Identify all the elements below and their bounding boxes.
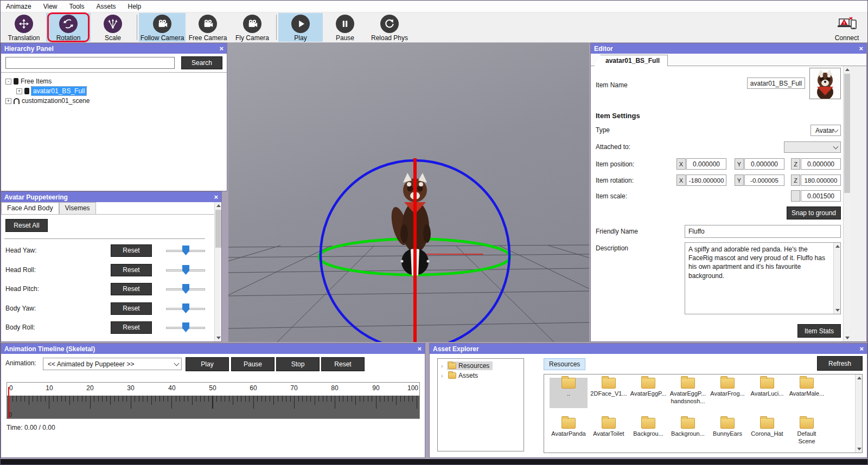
timeline-ruler[interactable]: 0 10 20 30 40 50 60 70 80 90 100 0: [7, 382, 420, 419]
rotation-x-field[interactable]: -180.000000: [686, 175, 726, 186]
timeline-play-button[interactable]: Play: [186, 357, 229, 371]
refresh-button[interactable]: Refresh: [817, 356, 863, 371]
scrollbar-thumb[interactable]: [215, 210, 221, 248]
folder-item[interactable]: AvatarEggP... handsnosh...: [669, 378, 707, 405]
close-icon[interactable]: ×: [859, 345, 864, 352]
tree-item-customization-scene[interactable]: + customization01_scene: [5, 96, 227, 106]
close-icon[interactable]: ×: [417, 345, 422, 352]
slider-thumb[interactable]: [182, 265, 189, 275]
tab-visemes[interactable]: Visemes: [59, 202, 96, 214]
timeline-track[interactable]: 0: [7, 396, 419, 418]
scroll-up-icon[interactable]: [856, 374, 863, 382]
item-stats-button[interactable]: Item Stats: [797, 324, 841, 338]
reset-button[interactable]: Reset: [111, 264, 152, 276]
description-scrollbar[interactable]: [833, 243, 840, 314]
menu-tools[interactable]: Tools: [69, 3, 84, 10]
free-camera-button[interactable]: Free Camera: [186, 13, 230, 42]
timeline-playhead[interactable]: [8, 387, 9, 418]
scale-button[interactable]: Scale: [91, 13, 135, 42]
editor-tab-avatar01[interactable]: avatar01_BS_Full: [594, 55, 668, 66]
folder-item[interactable]: Default Scene: [788, 418, 826, 445]
tree-chevron-icon[interactable]: ›: [441, 363, 445, 369]
scroll-down-icon[interactable]: [215, 334, 222, 341]
reset-button[interactable]: Reset: [111, 283, 152, 295]
folder-item[interactable]: BunnyEars: [709, 418, 746, 438]
reset-button[interactable]: Reset: [111, 321, 152, 334]
collapse-icon[interactable]: -: [5, 79, 11, 85]
position-y-field[interactable]: 0.000000: [744, 158, 784, 170]
slider-thumb[interactable]: [182, 246, 189, 255]
expand-icon[interactable]: +: [16, 88, 22, 94]
body-yaw-slider[interactable]: [166, 303, 205, 314]
puppeteering-scrollbar[interactable]: [214, 202, 221, 341]
type-dropdown[interactable]: Avatar: [810, 125, 841, 136]
scroll-up-icon[interactable]: [834, 243, 841, 250]
scroll-up-icon[interactable]: [215, 202, 222, 209]
folder-item[interactable]: Backgrou...: [629, 418, 667, 438]
tab-face-and-body[interactable]: Face And Body: [1, 202, 59, 214]
search-input[interactable]: [5, 57, 175, 69]
reload-phys-button[interactable]: Reload Phys: [367, 13, 412, 42]
head-yaw-slider[interactable]: [166, 245, 205, 256]
slider-thumb[interactable]: [182, 284, 189, 294]
translation-button[interactable]: Translation: [2, 13, 46, 42]
description-textarea[interactable]: A spiffy and adorable red panda. He's th…: [685, 242, 841, 314]
asset-grid-scrollbar[interactable]: [855, 374, 862, 453]
folder-item[interactable]: AvatarPanda: [550, 418, 588, 438]
folder-item[interactable]: Corona_Hat: [748, 418, 786, 438]
reset-button[interactable]: Reset: [111, 244, 152, 257]
position-x-field[interactable]: 0.000000: [686, 158, 726, 170]
reset-button[interactable]: Reset: [111, 302, 152, 315]
head-roll-slider[interactable]: [166, 264, 205, 275]
item-name-value[interactable]: avatar01_BS_Full: [747, 78, 805, 89]
asset-tree-item-assets[interactable]: › Assets: [438, 371, 524, 380]
snap-to-ground-button[interactable]: Snap to ground: [787, 206, 841, 219]
folder-item[interactable]: Backgroun...: [669, 418, 707, 438]
folder-item[interactable]: AvatarLuci...: [748, 378, 786, 398]
menu-assets[interactable]: Assets: [97, 3, 116, 10]
scrollbar-thumb[interactable]: [844, 74, 850, 193]
editor-scrollbar[interactable]: [843, 66, 850, 341]
reset-all-button[interactable]: Reset All: [5, 219, 48, 232]
fly-camera-button[interactable]: Fly Camera: [230, 13, 275, 42]
timeline-pause-button[interactable]: Pause: [231, 357, 275, 371]
close-icon[interactable]: ×: [859, 45, 863, 52]
close-icon[interactable]: ×: [214, 193, 218, 201]
tree-item-avatar01[interactable]: + avatar01_BS_Full: [5, 86, 227, 96]
asset-tree-item-resources[interactable]: › Resources: [438, 361, 524, 371]
scroll-down-icon[interactable]: [856, 445, 863, 453]
play-button[interactable]: Play: [278, 13, 323, 42]
connect-button[interactable]: ! Connect: [827, 13, 866, 42]
scroll-down-icon[interactable]: [834, 307, 841, 314]
rotation-z-field[interactable]: 180.000000: [801, 175, 841, 186]
slider-thumb[interactable]: [182, 322, 189, 332]
rotation-button[interactable]: Rotation: [46, 13, 91, 42]
head-pitch-slider[interactable]: [166, 283, 205, 294]
timeline-stop-button[interactable]: Stop: [276, 357, 320, 371]
folder-item[interactable]: AvatarToilet: [590, 418, 628, 438]
tree-chevron-icon[interactable]: ›: [441, 373, 445, 379]
slider-thumb[interactable]: [182, 303, 189, 313]
current-folder-chip[interactable]: Resources: [544, 358, 585, 370]
folder-item[interactable]: AvatarFrog...: [709, 378, 746, 398]
menu-help[interactable]: Help: [128, 3, 142, 10]
folder-item[interactable]: 2DFace_V1...: [590, 378, 628, 398]
viewport-3d[interactable]: [228, 43, 589, 342]
menu-view[interactable]: View: [43, 3, 58, 10]
animation-dropdown[interactable]: << Animated by Puppeteer >>: [43, 358, 182, 370]
close-icon[interactable]: ×: [219, 45, 224, 52]
expand-icon[interactable]: +: [5, 98, 11, 104]
body-roll-slider[interactable]: [166, 322, 205, 333]
scale-field[interactable]: 0.001500: [801, 190, 841, 202]
follow-camera-button[interactable]: Follow Camera: [139, 13, 186, 42]
folder-item[interactable]: AvatarEggP...: [629, 378, 667, 398]
attached-to-dropdown[interactable]: [784, 141, 841, 153]
avatar-model[interactable]: [388, 173, 431, 276]
menu-animaze[interactable]: Animaze: [6, 3, 31, 10]
friendly-name-field[interactable]: Fluffo: [685, 225, 841, 238]
search-button[interactable]: Search: [181, 56, 222, 69]
position-z-field[interactable]: 0.000000: [801, 158, 841, 170]
pause-button[interactable]: Pause: [323, 13, 367, 42]
timeline-reset-button[interactable]: Reset: [321, 357, 365, 371]
folder-item-up[interactable]: ..: [550, 378, 588, 408]
